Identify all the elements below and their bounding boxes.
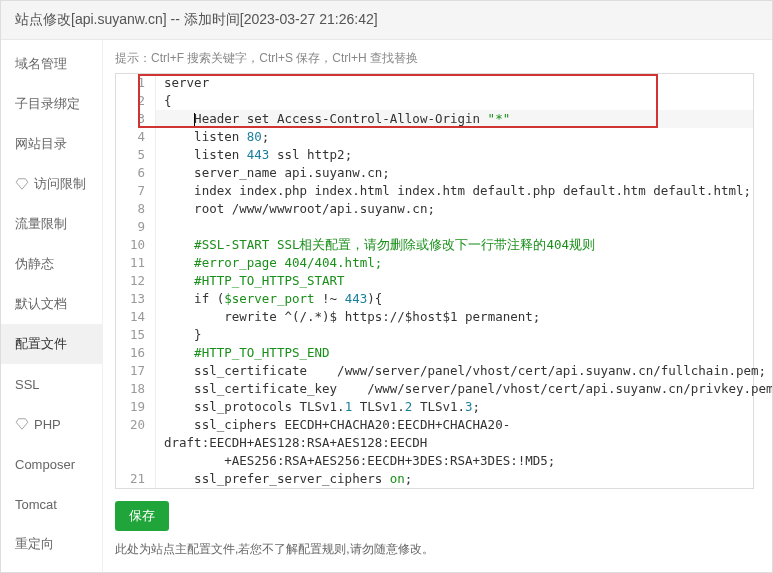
- line-number: 21: [116, 470, 156, 488]
- line-number: 18: [116, 380, 156, 398]
- line-number: 14: [116, 308, 156, 326]
- line-number: 10: [116, 236, 156, 254]
- sidebar-item-label: 访问限制: [34, 175, 86, 193]
- code-content[interactable]: listen 443 ssl http2;: [156, 146, 753, 164]
- line-number: 3: [116, 110, 156, 128]
- sidebar: 域名管理子目录绑定网站目录访问限制流量限制伪静态默认文档配置文件SSLPHPCo…: [1, 40, 103, 572]
- line-number: 9: [116, 218, 156, 236]
- sidebar-item-0[interactable]: 域名管理: [1, 44, 102, 84]
- sidebar-item-label: 伪静态: [15, 255, 54, 273]
- sidebar-item-3[interactable]: 访问限制: [1, 164, 102, 204]
- sidebar-item-1[interactable]: 子目录绑定: [1, 84, 102, 124]
- save-button[interactable]: 保存: [115, 501, 169, 531]
- line-number: 8: [116, 200, 156, 218]
- code-content[interactable]: root /www/wwwroot/api.suyanw.cn;: [156, 200, 753, 218]
- code-content[interactable]: server: [156, 74, 753, 92]
- sidebar-item-11[interactable]: Tomcat: [1, 484, 102, 524]
- sidebar-item-label: 流量限制: [15, 215, 67, 233]
- code-content[interactable]: ssl_certificate_key /www/server/panel/vh…: [156, 380, 772, 398]
- code-line[interactable]: 17 ssl_certificate /www/server/panel/vho…: [116, 362, 753, 380]
- code-content[interactable]: #HTTP_TO_HTTPS_END: [156, 344, 753, 362]
- code-content[interactable]: #error_page 404/404.html;: [156, 254, 753, 272]
- line-number: 1: [116, 74, 156, 92]
- code-line[interactable]: 19 ssl_protocols TLSv1.1 TLSv1.2 TLSv1.3…: [116, 398, 753, 416]
- code-line[interactable]: 2{: [116, 92, 753, 110]
- diamond-icon: [15, 177, 29, 191]
- code-line[interactable]: 9: [116, 218, 753, 236]
- sidebar-item-8[interactable]: SSL: [1, 364, 102, 404]
- sidebar-item-6[interactable]: 默认文档: [1, 284, 102, 324]
- line-number: 2: [116, 92, 156, 110]
- code-content[interactable]: server_name api.suyanw.cn;: [156, 164, 753, 182]
- code-content[interactable]: ssl_ciphers EECDH+CHACHA20:EECDH+CHACHA2…: [156, 416, 753, 470]
- line-number: 12: [116, 272, 156, 290]
- code-content[interactable]: Header set Access-Control-Allow-Origin "…: [156, 110, 753, 128]
- code-line[interactable]: 12 #HTTP_TO_HTTPS_START: [116, 272, 753, 290]
- line-number: 6: [116, 164, 156, 182]
- code-line[interactable]: 10 #SSL-START SSL相关配置，请勿删除或修改下一行带注释的404规…: [116, 236, 753, 254]
- code-line[interactable]: 1server: [116, 74, 753, 92]
- line-number: 16: [116, 344, 156, 362]
- sidebar-item-4[interactable]: 流量限制: [1, 204, 102, 244]
- line-number: 19: [116, 398, 156, 416]
- code-content[interactable]: listen 80;: [156, 128, 753, 146]
- line-number: 17: [116, 362, 156, 380]
- line-number: 20: [116, 416, 156, 470]
- dialog-title: 站点修改[api.suyanw.cn] -- 添加时间[2023-03-27 2…: [1, 1, 772, 40]
- code-content[interactable]: if ($server_port !~ 443){: [156, 290, 753, 308]
- code-line[interactable]: 6 server_name api.suyanw.cn;: [116, 164, 753, 182]
- editor-hint: 提示：Ctrl+F 搜索关键字，Ctrl+S 保存，Ctrl+H 查找替换: [115, 50, 754, 67]
- code-content[interactable]: ssl_protocols TLSv1.1 TLSv1.2 TLSv1.3;: [156, 398, 753, 416]
- code-line[interactable]: 4 listen 80;: [116, 128, 753, 146]
- code-content[interactable]: ssl_prefer_server_ciphers on;: [156, 470, 753, 488]
- sidebar-item-5[interactable]: 伪静态: [1, 244, 102, 284]
- line-number: 7: [116, 182, 156, 200]
- line-number: 11: [116, 254, 156, 272]
- code-line[interactable]: 7 index index.php index.html index.htm d…: [116, 182, 753, 200]
- sidebar-item-label: Tomcat: [15, 497, 57, 512]
- sidebar-item-label: 子目录绑定: [15, 95, 80, 113]
- sidebar-item-12[interactable]: 重定向: [1, 524, 102, 564]
- code-content[interactable]: [156, 218, 753, 236]
- code-line[interactable]: 14 rewrite ^(/.*)$ https://$host$1 perma…: [116, 308, 753, 326]
- line-number: 15: [116, 326, 156, 344]
- code-editor[interactable]: 1server2{3 Header set Access-Control-All…: [115, 73, 754, 489]
- code-line[interactable]: 11 #error_page 404/404.html;: [116, 254, 753, 272]
- line-number: 13: [116, 290, 156, 308]
- line-number: 5: [116, 146, 156, 164]
- code-content[interactable]: index index.php index.html index.htm def…: [156, 182, 753, 200]
- line-number: 4: [116, 128, 156, 146]
- code-content[interactable]: rewrite ^(/.*)$ https://$host$1 permanen…: [156, 308, 753, 326]
- code-line[interactable]: 20 ssl_ciphers EECDH+CHACHA20:EECDH+CHAC…: [116, 416, 753, 470]
- sidebar-item-label: SSL: [15, 377, 40, 392]
- sidebar-item-label: 重定向: [15, 535, 54, 553]
- code-line[interactable]: 3 Header set Access-Control-Allow-Origin…: [116, 110, 753, 128]
- sidebar-item-7[interactable]: 配置文件: [1, 324, 102, 364]
- footer-hint: 此处为站点主配置文件,若您不了解配置规则,请勿随意修改。: [115, 541, 754, 558]
- code-content[interactable]: {: [156, 92, 753, 110]
- code-content[interactable]: #SSL-START SSL相关配置，请勿删除或修改下一行带注释的404规则: [156, 236, 753, 254]
- code-content[interactable]: ssl_certificate /www/server/panel/vhost/…: [156, 362, 766, 380]
- sidebar-item-2[interactable]: 网站目录: [1, 124, 102, 164]
- sidebar-item-label: 域名管理: [15, 55, 67, 73]
- sidebar-item-10[interactable]: Composer: [1, 444, 102, 484]
- sidebar-item-label: 配置文件: [15, 335, 67, 353]
- sidebar-item-label: Composer: [15, 457, 75, 472]
- code-content[interactable]: }: [156, 326, 753, 344]
- code-line[interactable]: 21 ssl_prefer_server_ciphers on;: [116, 470, 753, 488]
- code-lines: 1server2{3 Header set Access-Control-All…: [116, 74, 753, 488]
- sidebar-item-9[interactable]: PHP: [1, 404, 102, 444]
- sidebar-item-label: 默认文档: [15, 295, 67, 313]
- diamond-icon: [15, 417, 29, 431]
- code-content[interactable]: #HTTP_TO_HTTPS_START: [156, 272, 753, 290]
- sidebar-item-label: 网站目录: [15, 135, 67, 153]
- code-line[interactable]: 15 }: [116, 326, 753, 344]
- code-line[interactable]: 8 root /www/wwwroot/api.suyanw.cn;: [116, 200, 753, 218]
- sidebar-item-label: PHP: [34, 417, 61, 432]
- code-line[interactable]: 5 listen 443 ssl http2;: [116, 146, 753, 164]
- main-content: 提示：Ctrl+F 搜索关键字，Ctrl+S 保存，Ctrl+H 查找替换 1s…: [103, 40, 772, 572]
- code-line[interactable]: 13 if ($server_port !~ 443){: [116, 290, 753, 308]
- code-line[interactable]: 16 #HTTP_TO_HTTPS_END: [116, 344, 753, 362]
- code-line[interactable]: 18 ssl_certificate_key /www/server/panel…: [116, 380, 753, 398]
